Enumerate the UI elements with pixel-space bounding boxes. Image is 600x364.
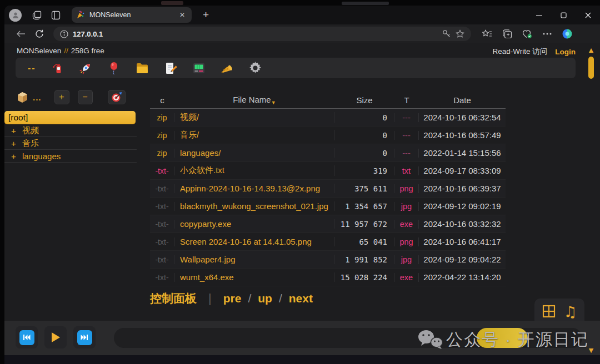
tab-monseleven[interactable]: MONSeleven ✕ bbox=[72, 7, 192, 23]
tree-item-label[interactable]: languages bbox=[22, 151, 61, 161]
dart-target-icon bbox=[111, 92, 122, 103]
cell-file-name[interactable]: 视频/ bbox=[174, 112, 334, 123]
scrollbar-thumb[interactable] bbox=[588, 57, 594, 79]
url-text[interactable]: 127.0.0.1 bbox=[73, 30, 438, 38]
memo-icon[interactable] bbox=[163, 61, 178, 75]
tree-list: +视频+音乐+languages bbox=[4, 124, 137, 163]
audio-player-icon[interactable]: ♫ bbox=[563, 303, 577, 320]
tree-collapse-button[interactable]: − bbox=[78, 90, 93, 104]
cell-type[interactable]: exe bbox=[394, 220, 419, 229]
tree-item-label[interactable]: 视频 bbox=[22, 125, 39, 136]
copilot-icon[interactable] bbox=[559, 27, 576, 41]
scrollbar-up-icon[interactable]: ▲ bbox=[587, 47, 596, 54]
refresh-icon[interactable] bbox=[31, 27, 48, 41]
tab-close-icon[interactable]: ✕ bbox=[177, 11, 187, 19]
new-tab-button[interactable]: + bbox=[199, 9, 212, 21]
tree-expand-icon[interactable]: + bbox=[11, 139, 17, 148]
pager-link-next[interactable]: next bbox=[289, 292, 313, 305]
sort-arrow-icon: ▼ bbox=[271, 100, 276, 105]
cell-action[interactable]: zip bbox=[150, 113, 174, 122]
minimize-button[interactable] bbox=[527, 6, 551, 24]
rocket-icon[interactable] bbox=[78, 61, 93, 75]
cell-file-name[interactable]: 音乐/ bbox=[174, 130, 334, 140]
site-info-icon[interactable] bbox=[60, 30, 68, 38]
cell-type: --- bbox=[394, 113, 419, 122]
table-row: -txt-blackmyth_wukong_screenshot_021.jpg… bbox=[150, 198, 506, 215]
back-icon[interactable] bbox=[12, 27, 29, 41]
cell-type[interactable]: png bbox=[394, 237, 419, 246]
tree-expand-icon[interactable]: + bbox=[11, 126, 17, 135]
cell-type[interactable]: txt bbox=[394, 166, 419, 175]
tree-item-label[interactable]: 音乐 bbox=[22, 138, 39, 149]
cell-file-name[interactable]: languages/ bbox=[174, 148, 334, 158]
more-menu-icon[interactable] bbox=[539, 27, 556, 41]
password-key-icon[interactable] bbox=[442, 29, 451, 38]
tree-dots[interactable]: ... bbox=[33, 93, 42, 102]
cell-size: 1 354 657 bbox=[334, 202, 394, 211]
cell-type[interactable]: jpg bbox=[394, 255, 419, 264]
cell-action[interactable]: zip bbox=[150, 149, 174, 158]
header-separator: // bbox=[64, 47, 68, 57]
table-row: -txt-wumt_x64.exe15 028 224exe2022-04-22… bbox=[150, 269, 506, 286]
tree-jump-to-folder-button[interactable] bbox=[108, 90, 126, 104]
folder-icon[interactable] bbox=[135, 61, 149, 75]
column-header-name[interactable]: File Name▼ bbox=[174, 95, 334, 105]
workspaces-icon[interactable] bbox=[27, 8, 46, 22]
cell-action[interactable]: zip bbox=[150, 131, 174, 140]
trumpet-icon[interactable] bbox=[220, 61, 234, 75]
control-panel-link[interactable]: 控制面板 bbox=[150, 291, 197, 306]
column-header-size[interactable]: Size bbox=[334, 95, 394, 105]
next-track-button[interactable] bbox=[77, 330, 92, 345]
profile-avatar[interactable] bbox=[9, 9, 22, 22]
play-button[interactable] bbox=[46, 328, 65, 347]
tree-item[interactable]: +视频 bbox=[4, 124, 137, 137]
tree-expand-icon[interactable]: + bbox=[11, 151, 17, 161]
scrollbar-down-icon[interactable]: ▼ bbox=[587, 347, 596, 354]
cell-action[interactable]: -txt- bbox=[150, 166, 174, 175]
previous-track-button[interactable] bbox=[19, 330, 34, 345]
tree-item[interactable]: +languages bbox=[4, 150, 137, 163]
column-header-type[interactable]: T bbox=[394, 95, 419, 105]
balloon-icon[interactable] bbox=[107, 61, 121, 75]
cell-type[interactable]: exe bbox=[394, 273, 419, 282]
cell-file-name[interactable]: Wallpaper4.jpg bbox=[174, 255, 334, 264]
cell-file-name[interactable]: Screen 2024-10-16 at 14.41.05.png bbox=[174, 237, 334, 246]
calculator-icon[interactable] bbox=[192, 61, 206, 75]
cell-file-name[interactable]: Appinn-2024-10-16-14.39.13@2x.png bbox=[174, 184, 334, 193]
collections-icon[interactable] bbox=[499, 27, 516, 41]
column-header-date[interactable]: Date bbox=[419, 95, 506, 105]
tree-item[interactable]: +音乐 bbox=[4, 137, 137, 150]
seek-bar[interactable] bbox=[114, 328, 582, 348]
tab-preview-icon[interactable] bbox=[46, 8, 65, 22]
cell-type[interactable]: png bbox=[394, 184, 419, 193]
bread-toggle-icon[interactable] bbox=[16, 90, 29, 104]
favorite-star-icon[interactable] bbox=[456, 29, 464, 38]
site-name[interactable]: MONSeleven bbox=[17, 47, 61, 57]
cell-file-name[interactable]: 小众软件.txt bbox=[174, 165, 334, 176]
login-link[interactable]: Login bbox=[555, 48, 576, 56]
cell-date: 2024-10-16 06:39:37 bbox=[419, 184, 506, 193]
pager-link-up[interactable]: up bbox=[258, 292, 272, 305]
cell-type[interactable]: jpg bbox=[394, 202, 419, 211]
tree-item-root[interactable]: [root] bbox=[4, 111, 136, 124]
cell-file-name[interactable]: wumt_x64.exe bbox=[174, 272, 334, 282]
toolbar-collapse-button[interactable]: -- bbox=[28, 63, 36, 73]
tree-expand-button[interactable]: + bbox=[54, 90, 69, 104]
column-header-c[interactable]: c bbox=[150, 95, 174, 105]
close-window-button[interactable] bbox=[576, 6, 600, 24]
pager: 控制面板 | pre/up/next bbox=[150, 291, 313, 306]
address-bar[interactable]: 127.0.0.1 bbox=[53, 27, 471, 41]
favorites-bar-icon[interactable] bbox=[479, 27, 496, 41]
cell-file-name[interactable]: copyparty.exe bbox=[174, 219, 334, 229]
cell-date: 2024-10-16 06:32:54 bbox=[419, 113, 506, 122]
browser-essentials-icon[interactable] bbox=[519, 27, 536, 41]
maximize-button[interactable] bbox=[551, 6, 576, 24]
person-icon bbox=[12, 11, 19, 19]
pager-links: pre/up/next bbox=[223, 292, 313, 305]
toolbar-extensions bbox=[479, 27, 576, 41]
fire-extinguisher-icon[interactable] bbox=[50, 61, 64, 75]
grid-view-icon[interactable] bbox=[542, 304, 556, 318]
settings-gear-icon[interactable] bbox=[248, 61, 263, 75]
pager-link-pre[interactable]: pre bbox=[223, 292, 242, 305]
cell-file-name[interactable]: blackmyth_wukong_screenshot_021.jpg bbox=[174, 201, 334, 211]
